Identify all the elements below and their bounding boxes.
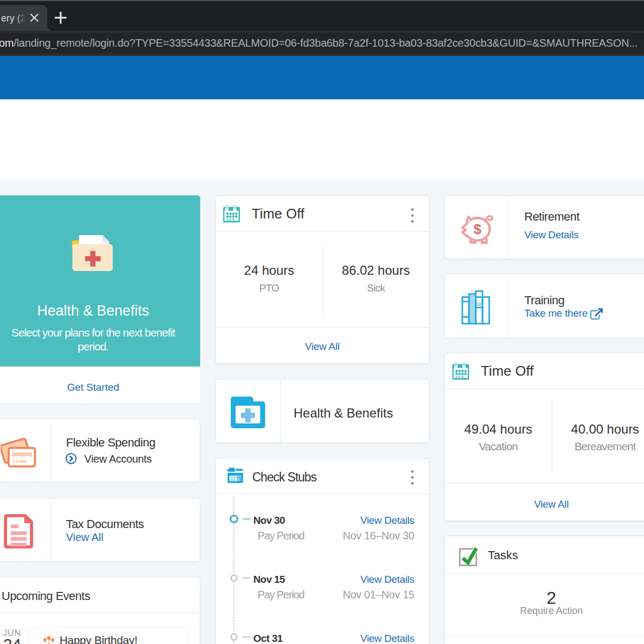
svg-text:$: $ <box>473 221 481 237</box>
